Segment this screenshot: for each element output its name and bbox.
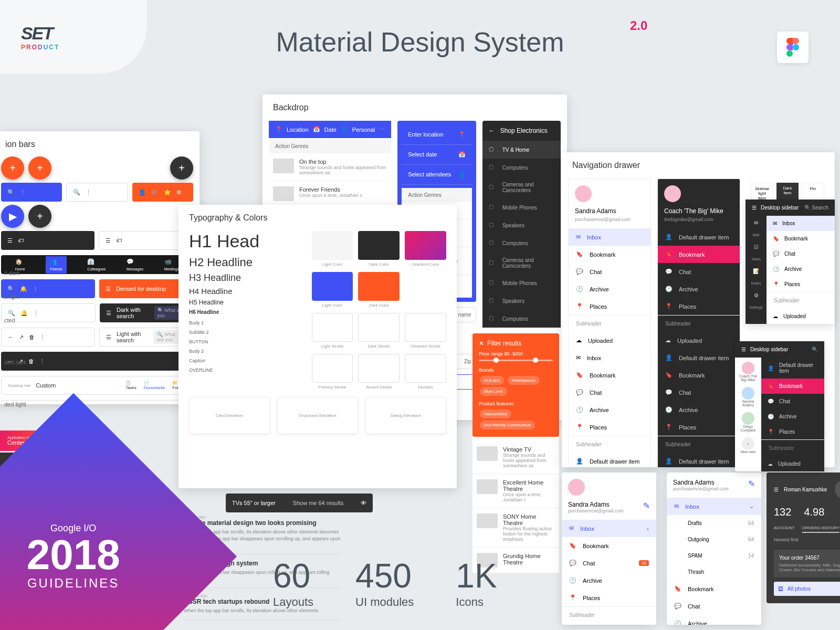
drawer-item[interactable]: ☁Uploaded	[761, 456, 824, 471]
drawer-item[interactable]: 🔖Bookmark	[667, 580, 761, 597]
filter-chip[interactable]: Handcrafted	[480, 410, 511, 418]
list-item[interactable]: SONY Home TheatreProvides floating actio…	[472, 508, 559, 548]
swatch-stroke[interactable]	[358, 313, 400, 342]
tasks-icon[interactable]: ☑	[754, 244, 759, 250]
avatar[interactable]	[575, 185, 592, 202]
drawer-item[interactable]: 🕐Archive	[569, 280, 650, 298]
drawer-item[interactable]: 📍Places	[766, 277, 835, 292]
shop-item[interactable]: ▢Mobile Phones	[482, 198, 561, 216]
edit-icon[interactable]: ✎	[643, 501, 650, 513]
drawer-item[interactable]: 🕐Archive	[569, 401, 650, 418]
attendees-field[interactable]: Select attendees👤	[402, 165, 471, 185]
drawer-item[interactable]: 🕐Archive	[766, 261, 835, 277]
drawer-item[interactable]: 📍Places	[569, 298, 650, 315]
swatch-stroke[interactable]	[405, 313, 446, 342]
drawer-item[interactable]: 🔖Bookmark	[761, 379, 824, 394]
drawer-item[interactable]: 🔖Bookmark	[569, 366, 650, 384]
fab-add[interactable]: +	[28, 205, 51, 228]
drawer-subitem[interactable]: Thrash	[667, 564, 761, 580]
swatch-dark[interactable]	[358, 231, 400, 260]
action-bar[interactable]: 👤🛒⭐⚙	[132, 183, 193, 202]
user-avatar[interactable]: Coach The Big Mike	[737, 362, 759, 382]
drawer-item[interactable]: 🔖Bookmark	[569, 246, 650, 263]
drawer-item[interactable]: 👤Default drawer item	[658, 349, 740, 366]
swatch-stroke[interactable]	[312, 313, 353, 342]
fab-add[interactable]: +	[170, 156, 193, 180]
swatch-light[interactable]	[312, 231, 353, 260]
drawer-item[interactable]: 🕐Archive	[658, 401, 740, 418]
shop-item[interactable]: ▢Computers	[482, 159, 561, 176]
desktop-bar[interactable]: Desktop barCustom📋Tasks📄Documents📁Folder…	[1, 376, 193, 395]
figma-tile[interactable]	[777, 32, 808, 63]
drawer-item[interactable]: 🕐Archive	[658, 280, 740, 298]
location-field[interactable]: Enter location📍	[402, 125, 471, 145]
drawer-item[interactable]: ✉Inbox	[766, 216, 835, 231]
drawer-item[interactable]: 📍Places	[658, 298, 740, 315]
drawer-item[interactable]: 💬Chat	[667, 597, 761, 615]
drawer-item[interactable]: 👤Default drawer item	[569, 453, 650, 467]
drawer-item[interactable]: 💬Chat	[569, 384, 650, 401]
price-slider[interactable]	[479, 360, 553, 361]
shop-header[interactable]: ←Shop Electronics	[482, 121, 561, 141]
drawer-item[interactable]: 📍Places	[562, 589, 656, 606]
filter-chip[interactable]: Heartspaces	[508, 376, 540, 385]
notes-icon[interactable]: 📝	[753, 268, 759, 274]
action-bar[interactable]: ☰🏷	[1, 231, 94, 250]
list-item[interactable]: Forever FriendsOnce upon a time, Jonatha…	[269, 181, 391, 207]
drawer-item[interactable]: 📍Places	[761, 424, 824, 439]
drawer-item[interactable]: 💬Chat	[766, 246, 835, 261]
drawer-item[interactable]: 💬Chat	[761, 394, 824, 409]
filter-chip[interactable]: DryLand	[480, 376, 504, 385]
fab-add[interactable]: +	[28, 156, 51, 180]
drawer-item[interactable]: ✉Inbox	[569, 349, 650, 366]
fab-add[interactable]: +	[1, 156, 24, 180]
avatar[interactable]	[568, 479, 585, 496]
list-item[interactable]: Vintage TVStrange sounds and hosts appea…	[472, 441, 559, 474]
swatch-gradient[interactable]	[405, 231, 446, 260]
user-avatar[interactable]: Sandra Adams	[737, 387, 759, 407]
swatch-primary[interactable]	[312, 272, 353, 301]
shop-item[interactable]: ▢Speakers	[482, 292, 561, 310]
drawer-item[interactable]: 💬Chat19	[562, 554, 656, 572]
shop-item[interactable]: ▢Computers	[482, 234, 561, 252]
nav-tabs[interactable]: 🏠Home👥Friends👔Colleagues💬Messages📹Meetin…	[1, 255, 193, 274]
shop-item[interactable]: ▢Speakers	[482, 216, 561, 234]
drawer-item[interactable]: ☁Uploaded	[562, 623, 656, 625]
drawer-item[interactable]: 📍Places	[658, 418, 740, 436]
avatar[interactable]	[835, 480, 840, 499]
filter-title[interactable]: ✕Filter results	[479, 340, 553, 347]
drawer-item[interactable]: 🔖Bookmark	[658, 366, 740, 384]
settings-icon[interactable]: ⚙	[754, 292, 759, 298]
mail-icon[interactable]: ✉	[754, 220, 758, 226]
drawer-item[interactable]: 👤Default drawer item	[761, 358, 824, 379]
drawer-item-active[interactable]: 🔖Bookmark	[658, 246, 740, 263]
shop-item[interactable]: ▢Mobile Phones	[482, 274, 561, 292]
drawer-item[interactable]: 💬Chat	[569, 263, 650, 280]
drawer-item[interactable]: ✉Inbox‹	[562, 520, 656, 537]
drawer-subitem[interactable]: Outgoing64	[667, 531, 761, 548]
drawer-item[interactable]: 📍Places	[569, 418, 650, 436]
date-field[interactable]: Select date📅	[402, 145, 471, 165]
drawer-item[interactable]: ✉Inbox	[569, 228, 650, 246]
action-bar[interactable]: 🔍⋮	[66, 183, 128, 202]
shop-item[interactable]: ▢Cameras and Camcorders	[482, 252, 561, 274]
fab-play[interactable]: ▶	[1, 205, 24, 228]
list-item[interactable]: Excellent Home TheatreOnce upon a time, …	[472, 474, 559, 508]
drawer-item[interactable]: ☁Uploaded	[766, 309, 835, 324]
drawer-item[interactable]: 👤Default drawer item	[658, 453, 740, 467]
shop-item[interactable]: ▢Cameras and Camcorders	[482, 176, 561, 198]
drawer-item[interactable]: 🕐Archive	[562, 572, 656, 589]
genre-select[interactable]: Action Genres	[269, 139, 391, 153]
avatar[interactable]	[664, 185, 681, 202]
drawer-item[interactable]: 🕐Archive	[667, 615, 761, 625]
drawer-item[interactable]: 💬Chat	[658, 263, 740, 280]
drawer-item[interactable]: 🕐Archive	[761, 409, 824, 424]
drawer-subitem[interactable]: SPAM14	[667, 548, 761, 564]
shop-item[interactable]: ▢Computers	[482, 310, 561, 328]
drawer-item[interactable]: 🔖Bookmark	[562, 537, 656, 554]
action-bar[interactable]: 🔍⋮	[1, 183, 62, 202]
filter-chip[interactable]: Eco-friendly Construction	[480, 421, 535, 429]
swatch-accent[interactable]	[358, 272, 400, 301]
list-item[interactable]: On the topStrange sounds and hosts appea…	[269, 153, 391, 181]
drawer-item[interactable]: 💬Chat	[658, 384, 740, 401]
